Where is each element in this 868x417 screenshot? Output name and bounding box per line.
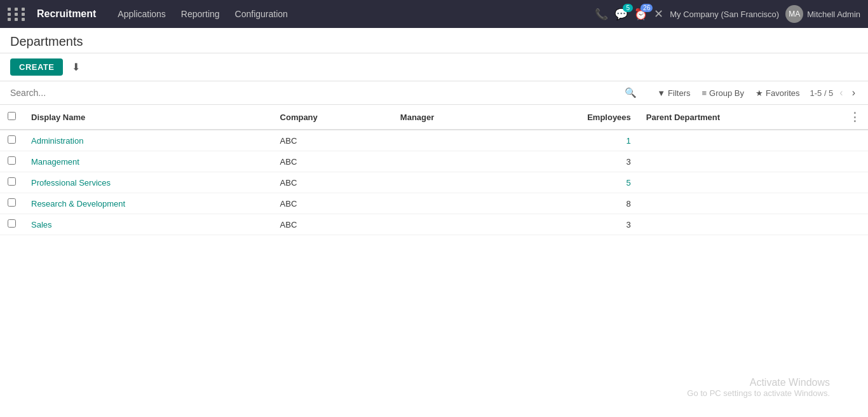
table-row: Professional Services ABC 5	[0, 172, 868, 193]
row-company: ABC	[273, 214, 393, 235]
department-link[interactable]: Professional Services	[31, 178, 111, 188]
pagination-text: 1-5 / 5	[810, 88, 833, 98]
top-navigation: Recruitment Applications Reporting Confi…	[0, 0, 868, 28]
table-body: Administration ABC 1 Management ABC 3	[0, 130, 868, 235]
employees-link[interactable]: 1	[627, 136, 631, 146]
filter-icon: ▼	[657, 88, 665, 98]
subheader: Departments	[0, 28, 868, 53]
row-manager	[393, 130, 505, 151]
user-name: Mitchell Admin	[807, 10, 860, 19]
row-checkbox-cell	[0, 151, 24, 172]
company-name: My Company (San Francisco)	[670, 10, 779, 19]
row-employees: 1	[505, 130, 639, 151]
row-checkbox-cell	[0, 130, 24, 151]
filter-controls: ▼ Filters ≡ Group By ★ Favorites	[652, 86, 804, 100]
row-manager	[393, 214, 505, 235]
row-name: Management	[24, 151, 273, 172]
departments-table: Display Name Company Manager Employees P…	[0, 105, 868, 235]
row-parent-dept	[639, 193, 841, 214]
row-more-cell	[841, 130, 868, 151]
activities-badge: 26	[641, 4, 653, 12]
pagination-prev[interactable]: ‹	[837, 86, 845, 100]
row-manager	[393, 193, 505, 214]
col-header-company: Company	[273, 105, 393, 130]
row-employees: 5	[505, 172, 639, 193]
row-employees: 8	[505, 193, 639, 214]
page-content: Departments CREATE ⬇ 🔍 ▼ Filters ≡ Group…	[0, 28, 868, 417]
row-parent-dept	[639, 172, 841, 193]
close-icon[interactable]: ✕	[654, 7, 663, 21]
col-header-employees: Employees	[505, 105, 639, 130]
row-checkbox[interactable]	[8, 219, 16, 228]
row-manager	[393, 151, 505, 172]
topbar-right: 📞 💬 5 ⏰ 26 ✕ My Company (San Francisco) …	[595, 5, 860, 23]
employees-link[interactable]: 5	[627, 178, 631, 188]
row-employees: 3	[505, 214, 639, 235]
row-checkbox-cell	[0, 172, 24, 193]
action-bar: CREATE ⬇	[0, 53, 868, 81]
activities-icon[interactable]: ⏰ 26	[634, 8, 648, 21]
user-avatar: MA	[785, 5, 803, 23]
search-icon[interactable]: 🔍	[625, 87, 637, 99]
row-name: Research & Development	[24, 193, 273, 214]
pagination-next[interactable]: ›	[850, 86, 858, 100]
row-parent-dept	[639, 130, 841, 151]
row-company: ABC	[273, 130, 393, 151]
col-header-more: ⋮	[841, 105, 868, 130]
search-input[interactable]	[10, 85, 620, 100]
row-more-cell	[841, 214, 868, 235]
select-all-header	[0, 105, 24, 130]
column-options-icon[interactable]: ⋮	[849, 111, 860, 123]
filters-button[interactable]: ▼ Filters	[652, 86, 695, 100]
brand-title[interactable]: Recruitment	[37, 8, 96, 20]
table-row: Management ABC 3	[0, 151, 868, 172]
row-manager	[393, 172, 505, 193]
nav-configuration[interactable]: Configuration	[229, 5, 294, 23]
search-controls-row: 🔍 ▼ Filters ≡ Group By ★ Favorites 1-5 /…	[0, 81, 868, 105]
row-checkbox[interactable]	[8, 177, 16, 186]
table-row: Research & Development ABC 8	[0, 193, 868, 214]
nav-links: Applications Reporting Configuration	[111, 5, 294, 23]
row-employees: 3	[505, 151, 639, 172]
phone-icon[interactable]: 📞	[595, 8, 608, 21]
row-checkbox[interactable]	[8, 135, 16, 144]
export-icon[interactable]: ⬇	[68, 58, 84, 76]
row-checkbox[interactable]	[8, 198, 16, 207]
row-parent-dept	[639, 214, 841, 235]
star-icon: ★	[756, 88, 763, 98]
row-company: ABC	[273, 151, 393, 172]
row-more-cell	[841, 172, 868, 193]
department-link[interactable]: Research & Development	[31, 199, 125, 208]
groupby-icon: ≡	[702, 88, 707, 98]
row-more-cell	[841, 151, 868, 172]
row-checkbox[interactable]	[8, 156, 16, 165]
table-row: Sales ABC 3	[0, 214, 868, 235]
nav-reporting[interactable]: Reporting	[175, 5, 226, 23]
nav-applications[interactable]: Applications	[111, 5, 172, 23]
apps-grid-icon[interactable]	[8, 8, 27, 21]
row-name: Sales	[24, 214, 273, 235]
row-checkbox-cell	[0, 214, 24, 235]
row-company: ABC	[273, 193, 393, 214]
row-name: Professional Services	[24, 172, 273, 193]
table-row: Administration ABC 1	[0, 130, 868, 151]
department-link[interactable]: Administration	[31, 136, 83, 146]
select-all-checkbox[interactable]	[8, 112, 16, 120]
row-parent-dept	[639, 151, 841, 172]
col-header-parent-dept: Parent Department	[639, 105, 841, 130]
messages-badge: 5	[623, 4, 633, 12]
groupby-button[interactable]: ≡ Group By	[697, 86, 750, 100]
row-more-cell	[841, 193, 868, 214]
department-link[interactable]: Management	[31, 157, 79, 167]
row-checkbox-cell	[0, 193, 24, 214]
user-menu[interactable]: MA Mitchell Admin	[785, 5, 860, 23]
pagination: 1-5 / 5 ‹ ›	[810, 86, 858, 100]
table-header: Display Name Company Manager Employees P…	[0, 105, 868, 130]
department-link[interactable]: Sales	[31, 220, 52, 229]
col-header-display-name: Display Name	[24, 105, 273, 130]
messages-icon[interactable]: 💬 5	[614, 8, 628, 21]
row-name: Administration	[24, 130, 273, 151]
favorites-button[interactable]: ★ Favorites	[750, 86, 804, 100]
row-company: ABC	[273, 172, 393, 193]
create-button[interactable]: CREATE	[10, 58, 63, 76]
